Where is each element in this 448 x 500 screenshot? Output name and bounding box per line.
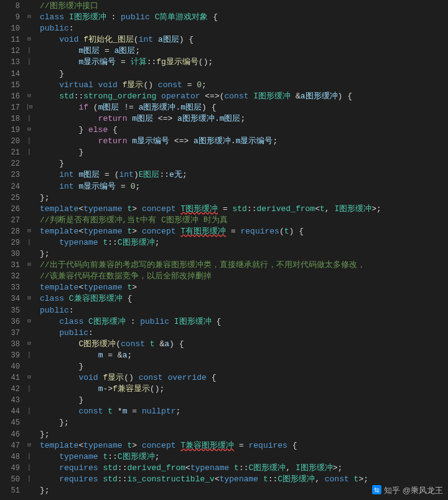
code-token: C兼容图形缓冲 <box>69 294 123 303</box>
fold-marker[interactable] <box>25 79 34 90</box>
code-line[interactable]: }; <box>40 429 448 440</box>
fold-marker[interactable]: ⊟ <box>25 293 34 304</box>
code-token: //出于代码向前兼容的考虑写的兼容图形缓冲类，直接继承就行，不用对代码做太多修改… <box>40 260 365 270</box>
fold-marker[interactable]: │ <box>25 451 34 462</box>
fold-marker[interactable] <box>25 304 34 316</box>
fold-marker[interactable] <box>25 169 34 180</box>
code-line[interactable]: virtual void f显示() const = 0; <box>40 80 448 91</box>
fold-marker[interactable]: │ <box>25 237 34 248</box>
code-line[interactable]: m->f兼容显示(); <box>40 384 448 395</box>
fold-marker[interactable] <box>25 428 34 440</box>
fold-marker[interactable] <box>25 0 34 11</box>
code-line[interactable]: } <box>40 68 448 80</box>
code-line[interactable]: typename t::C图形缓冲; <box>40 237 448 248</box>
fold-marker[interactable] <box>25 281 34 293</box>
code-line[interactable]: public: <box>40 305 448 316</box>
code-line[interactable]: m图层 = a图层; <box>40 45 448 57</box>
code-line[interactable]: if (m图层 != a图形缓冲.m图层) { <box>40 102 448 113</box>
fold-marker[interactable]: ⊟ <box>25 259 34 270</box>
code-line[interactable]: //出于代码向前兼容的考虑写的兼容图形缓冲类，直接继承就行，不用对代码做太多修改… <box>40 260 448 271</box>
code-line[interactable]: } <box>40 395 448 406</box>
code-line[interactable]: } else { <box>40 125 448 136</box>
code-token: ; <box>155 452 160 461</box>
line-number: 48 <box>0 451 20 463</box>
fold-marker[interactable]: │ <box>25 146 34 158</box>
code-line[interactable]: typename t::C图形缓冲; <box>40 451 448 463</box>
fold-marker[interactable] <box>25 394 34 405</box>
code-line[interactable]: } <box>40 158 448 169</box>
code-line[interactable]: //判断是否有图形缓冲,当t中有 C图形缓冲 时为真 <box>40 215 448 226</box>
code-area[interactable]: //图形缓冲接口class I图形缓冲 : public C简单游戏对象 {pu… <box>34 0 448 500</box>
fold-marker[interactable] <box>25 203 34 214</box>
code-token <box>40 452 59 461</box>
fold-marker[interactable] <box>25 22 34 34</box>
fold-marker[interactable]: ⊟ <box>25 316 34 327</box>
fold-marker[interactable]: │ <box>25 135 34 146</box>
code-line[interactable]: } <box>40 361 448 372</box>
code-line[interactable]: requires std::derived_from<typename t::C… <box>40 463 448 474</box>
fold-marker[interactable]: │ <box>25 383 34 394</box>
code-line[interactable]: }; <box>40 192 448 204</box>
code-line[interactable]: class C图形缓冲 : public I图形缓冲 { <box>40 316 448 328</box>
code-token: > <box>132 283 137 292</box>
code-line[interactable]: template<typename t> concept T兼容图形缓冲 = r… <box>40 440 448 451</box>
fold-marker[interactable]: ⊟ <box>25 90 34 101</box>
fold-marker[interactable] <box>25 327 34 338</box>
fold-marker[interactable]: ⊟ <box>25 225 34 237</box>
fold-marker[interactable]: ⊟ <box>25 124 34 135</box>
code-token <box>40 170 59 179</box>
code-line[interactable]: const t *m = nullptr; <box>40 406 448 417</box>
fold-marker[interactable]: │⊟ <box>25 101 34 113</box>
code-line[interactable]: requires std::is_constructible_v<typenam… <box>40 474 448 485</box>
code-token: const <box>225 92 254 101</box>
fold-marker[interactable] <box>25 270 34 281</box>
code-line[interactable]: m = &a; <box>40 350 448 361</box>
fold-marker[interactable]: │ <box>25 405 34 417</box>
fold-marker[interactable] <box>25 192 34 203</box>
code-line[interactable]: class I图形缓冲 : public C简单游戏对象 { <box>40 12 448 23</box>
code-line[interactable]: }; <box>40 417 448 428</box>
fold-marker[interactable]: ⊟ <box>25 11 34 22</box>
code-line[interactable]: //该兼容代码存在数据竞争，以后全部改掉删掉 <box>40 271 448 282</box>
fold-marker[interactable]: │ <box>25 473 34 484</box>
code-line[interactable]: public: <box>40 328 448 339</box>
fold-marker[interactable]: │ <box>25 113 34 124</box>
code-line[interactable]: } <box>40 147 448 158</box>
code-line[interactable]: return m显示编号 <=> a图形缓冲.m显示编号; <box>40 136 448 147</box>
fold-marker[interactable]: │ <box>25 56 34 67</box>
fold-marker[interactable] <box>25 181 34 192</box>
fold-marker[interactable]: │ <box>25 462 34 473</box>
fold-marker[interactable] <box>25 158 34 169</box>
line-number: 8 <box>0 1 20 12</box>
fold-marker[interactable] <box>25 214 34 225</box>
code-line[interactable]: int m图层 = (int)E图层::e无; <box>40 169 448 181</box>
fold-marker[interactable]: │ <box>25 45 34 56</box>
code-line[interactable]: //图形缓冲接口 <box>40 1 448 12</box>
code-line[interactable]: void f显示() const override { <box>40 372 448 384</box>
code-line[interactable]: public: <box>40 23 448 34</box>
fold-marker[interactable]: ⊟ <box>25 372 34 383</box>
code-line[interactable]: template<typename t> <box>40 282 448 293</box>
code-line[interactable]: void f初始化_图层(int a图层) { <box>40 34 448 45</box>
code-line[interactable]: C图形缓冲(const t &a) { <box>40 339 448 350</box>
fold-marker[interactable]: ⊟ <box>25 338 34 349</box>
fold-marker[interactable] <box>25 248 34 259</box>
code-line[interactable]: std::strong_ordering operator <=>(const … <box>40 91 448 102</box>
code-line[interactable]: m显示编号 = 计算::fg显示编号(); <box>40 57 448 68</box>
fold-marker[interactable] <box>25 484 34 496</box>
code-token: a <box>164 339 169 349</box>
code-line[interactable]: return m图层 <=> a图形缓冲.m图层; <box>40 113 448 125</box>
code-token: public <box>40 24 69 33</box>
fold-marker[interactable]: ⊟ <box>25 440 34 451</box>
code-line[interactable]: class C兼容图形缓冲 { <box>40 293 448 304</box>
code-line[interactable]: template<typename t> concept T图形缓冲 = std… <box>40 204 448 215</box>
fold-marker[interactable] <box>25 68 34 79</box>
fold-marker[interactable] <box>25 417 34 428</box>
fold-column[interactable]: ⊟⊟││⊟│⊟│⊟││⊟│⊟⊟⊟⊟│⊟││⊟│││ <box>25 0 34 500</box>
fold-marker[interactable]: ⊟ <box>25 34 34 45</box>
code-line[interactable]: template<typename t> concept T有图形缓冲 = re… <box>40 226 448 237</box>
fold-marker[interactable]: │ <box>25 349 34 361</box>
code-line[interactable]: int m显示编号 = 0; <box>40 181 448 192</box>
code-line[interactable]: }; <box>40 248 448 260</box>
fold-marker[interactable] <box>25 361 34 372</box>
